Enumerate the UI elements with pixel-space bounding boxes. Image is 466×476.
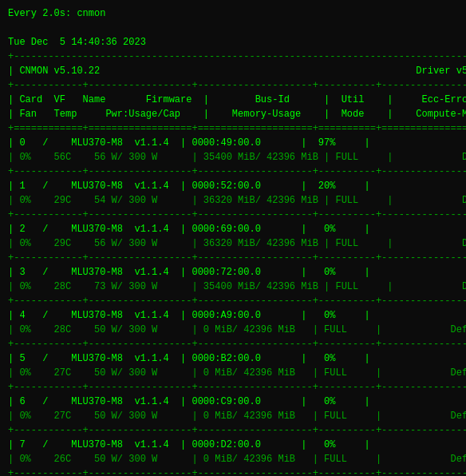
card-row1-2: | 2 / MLU370-M8 v1.1.4 | 0000:69:00.0 | … [8,222,458,236]
card-sep-6: +------------+------------------+-------… [8,423,458,438]
card-row2-2: | 0% 29C 56 W/ 300 W | 36320 MiB/ 42396 … [8,236,458,251]
card-row2-5: | 0% 27C 50 W/ 300 W | 0 MiB/ 42396 MiB … [8,366,458,380]
card-row2-7: | 0% 26C 50 W/ 300 W | 0 MiB/ 42396 MiB … [8,452,458,466]
card-sep-4: +------------+------------------+-------… [8,337,458,351]
card-row2-0: | 0% 56C 56 W/ 300 W | 35400 MiB/ 42396 … [8,150,458,165]
card-sep-2: +------------+------------------+-------… [8,251,458,265]
card-row1-7: | 7 / MLU370-M8 v1.1.4 | 0000:D2:00.0 | … [8,438,458,452]
card-row2-6: | 0% 27C 50 W/ 300 W | 0 MiB/ 42396 MiB … [8,409,458,423]
card-sep-5: +------------+------------------+-------… [8,380,458,395]
card-row1-1: | 1 / MLU370-M8 v1.1.4 | 0000:52:00.0 | … [8,179,458,193]
top-separator: +---------------------------------------… [8,50,458,64]
header-bottom-sep: +============+==================+=======… [8,121,458,136]
card-sep-1: +------------+------------------+-------… [8,208,458,222]
card-row1-6: | 6 / MLU370-M8 v1.1.4 | 0000:C9:00.0 | … [8,395,458,409]
cnmon-version: CNMON v5.10.22 [19,65,100,77]
card-row1-0: | 0 / MLU370-M8 v1.1.4 | 0000:49:00.0 | … [8,136,458,150]
col-header-1: | Card VF Name Firmware | Bus-Id | Util … [8,93,458,107]
header-separator: +------------+------------------+-------… [8,78,458,93]
col-header-2: | Fan Temp Pwr:Usage/Cap | Memory-Usage … [8,107,458,121]
card-row1-3: | 3 / MLU370-M8 v1.1.4 | 0000:72:00.0 | … [8,265,458,280]
card-row1-4: | 4 / MLU370-M8 v1.1.4 | 0000:A9:00.0 | … [8,308,458,323]
card-row2-3: | 0% 28C 73 W/ 300 W | 35400 MiB/ 42396 … [8,280,458,294]
cards-container: | 0 / MLU370-M8 v1.1.4 | 0000:49:00.0 | … [8,136,458,476]
card-row2-1: | 0% 29C 54 W/ 300 W | 36320 MiB/ 42396 … [8,193,458,208]
datetime-line: Tue Dec 5 14:40:36 2023 [8,35,458,50]
card-row1-5: | 5 / MLU370-M8 v1.1.4 | 0000:B2:00.0 | … [8,351,458,366]
card-sep-3: +------------+------------------+-------… [8,294,458,308]
card-sep-0: +------------+------------------+-------… [8,165,458,179]
refresh-line: Every 2.0s: cnmon [8,6,458,21]
version-line: | CNMON v5.10.22 Driver v5.10.22 | [8,64,458,78]
driver-version: Driver v5.10.22 [416,65,466,77]
card-row2-4: | 0% 28C 50 W/ 300 W | 0 MiB/ 42396 MiB … [8,323,458,337]
card-sep-7: +------------+------------------+-------… [8,466,458,476]
terminal-window: Every 2.0s: cnmon Tue Dec 5 14:40:36 202… [8,6,458,476]
